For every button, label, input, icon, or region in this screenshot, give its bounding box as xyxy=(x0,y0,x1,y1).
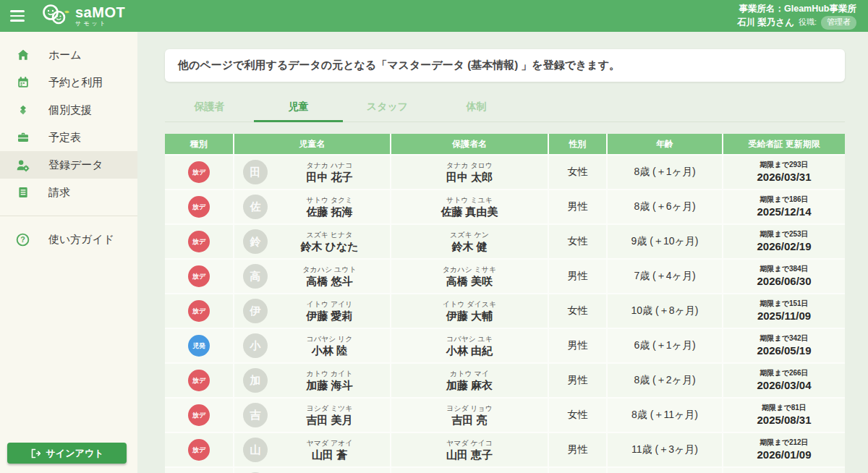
sidebar-item-label: ホーム xyxy=(48,48,82,62)
logo-faces-icon xyxy=(41,2,71,30)
guardian-kana: タナカ タロウ xyxy=(446,161,493,170)
sidebar-item-label: 予定表 xyxy=(48,131,81,145)
guardian-kana: ヨシダ リョウ xyxy=(446,404,493,413)
guardian-kana: サトウ ミユキ xyxy=(446,195,493,205)
logout-icon xyxy=(30,448,41,459)
deadline-cell: 期限まで186日2025/12/14 xyxy=(723,190,845,223)
calendar-icon xyxy=(16,76,30,90)
guardian-name: 加藤 麻衣 xyxy=(446,378,493,393)
child-kana: ヨシダ ミツキ xyxy=(306,404,352,413)
column-header: 児童名 xyxy=(234,134,390,154)
type-cell: 放デ xyxy=(165,399,233,432)
guardian-kana: イトウ ダイスキ xyxy=(443,299,496,309)
guardian-name-cell: サトウ ミユキ佐藤 真由美 xyxy=(391,190,548,223)
main-content: 他のページで利用するデータの元となる「マスターデータ (基本情報) 」を登録でき… xyxy=(137,32,868,473)
guardian-name: 山田 恵子 xyxy=(446,448,493,462)
type-cell: 放デ xyxy=(165,364,233,397)
person-gear-icon xyxy=(16,158,30,172)
deadline-date: 2025/11/09 xyxy=(757,309,811,323)
age-cell: 8歳 (＋2ヶ月) xyxy=(608,364,722,397)
child-kana: コバヤシ リク xyxy=(306,334,352,344)
table-row[interactable]: 放デ吉ヨシダ ミツキ吉田 美月ヨシダ リョウ吉田 亮女性8歳 (＋11ヶ月)期限… xyxy=(165,399,845,432)
deadline-cell: 期限まで212日2026/01/09 xyxy=(723,433,845,466)
sidebar-item-schedule[interactable]: 予定表 xyxy=(0,124,137,151)
tab-guardians[interactable]: 保護者 xyxy=(165,101,254,122)
child-name-cell: 田タナカ ハナコ田中 花子 xyxy=(234,155,390,189)
handshake-icon xyxy=(16,103,30,117)
child-name-cell: 佐ササキ リコ佐々木 莉子 xyxy=(234,468,390,473)
child-name: 加藤 海斗 xyxy=(306,378,352,393)
office-name: 事業所名：GleamHub事業所 xyxy=(737,2,856,15)
avatar: 山 xyxy=(243,438,268,462)
table-row[interactable]: 放デ加カトウ カイト加藤 海斗カトウ マイ加藤 麻衣男性8歳 (＋2ヶ月)期限ま… xyxy=(165,364,845,397)
sidebar-item-label: 使い方ガイド xyxy=(48,233,114,247)
guardian-name: 田中 太郎 xyxy=(446,170,493,184)
deadline-days: 期限まで186日 xyxy=(760,195,808,205)
service-type-badge: 児発 xyxy=(188,335,210,357)
deadline-days: 期限まで81日 xyxy=(762,403,807,413)
child-name: 佐藤 拓海 xyxy=(306,205,352,219)
sidebar-item-label: 登録データ xyxy=(48,158,103,172)
child-name: 田中 花子 xyxy=(306,170,352,184)
table-row[interactable]: 放デ山ヤマダ アオイ山田 蒼ヤマダ ケイコ山田 恵子男性11歳 (＋3ヶ月)期限… xyxy=(165,433,845,466)
gender-cell: 男性 xyxy=(549,433,606,466)
table-row[interactable]: 放デ佐ササキ リコ佐々木 莉子ササキ ナオキ佐々木 直樹期限まで118日 xyxy=(165,468,845,473)
age-cell: 8歳 (＋6ヶ月) xyxy=(608,190,722,223)
gender-cell: 女性 xyxy=(549,225,606,258)
deadline-cell: 期限まで384日2026/06/30 xyxy=(723,260,845,293)
table-row[interactable]: 放デ伊イトウ アイリ伊藤 愛莉イトウ ダイスキ伊藤 大輔女性10歳 (＋8ヶ月)… xyxy=(165,294,845,328)
child-kana: イトウ アイリ xyxy=(306,299,352,309)
logo-wordmark: saMOT xyxy=(75,5,125,20)
gender-cell: 女性 xyxy=(549,294,606,328)
child-name-cell: 伊イトウ アイリ伊藤 愛莉 xyxy=(234,294,390,328)
sidebar-item-label: 請求 xyxy=(48,186,70,200)
table-row[interactable]: 放デ鈴スズキ ヒナタ鈴木 ひなたスズキ ケン鈴木 健女性9歳 (＋10ヶ月)期限… xyxy=(165,225,845,258)
child-name: 鈴木 ひなた xyxy=(300,239,358,254)
guardian-name-cell: カトウ マイ加藤 麻衣 xyxy=(391,364,548,397)
avatar: 伊 xyxy=(243,299,268,323)
guardian-kana: タカハシ ミサキ xyxy=(443,265,496,274)
service-type-badge: 放デ xyxy=(188,370,210,391)
guardian-name-cell: タカハシ ミサキ高橋 美咲 xyxy=(391,260,548,293)
type-cell: 放デ xyxy=(165,294,233,328)
app-logo: saMOT サモット xyxy=(41,2,125,30)
hamburger-menu-button[interactable] xyxy=(10,7,29,25)
sidebar-item-guide[interactable]: ?使い方ガイド xyxy=(0,226,137,253)
gender-cell: 男性 xyxy=(549,260,606,293)
deadline-date: 2026/03/31 xyxy=(757,170,811,184)
service-type-badge: 放デ xyxy=(188,231,210,252)
type-cell: 放デ xyxy=(165,260,233,293)
tab-structure[interactable]: 体制 xyxy=(432,101,521,122)
deadline-days: 期限まで212日 xyxy=(760,438,808,448)
guardian-name-cell: ヤマダ ケイコ山田 恵子 xyxy=(391,433,548,466)
type-cell: 放デ xyxy=(165,155,233,189)
child-name: 伊藤 愛莉 xyxy=(306,309,352,323)
child-name-cell: 加カトウ カイト加藤 海斗 xyxy=(234,364,390,397)
table-header-row: 種別児童名保護者名性別年齢受給者証 更新期限 xyxy=(165,134,845,154)
sidebar-item-billing[interactable]: 請求 xyxy=(0,179,137,206)
age-cell: 10歳 (＋8ヶ月) xyxy=(608,294,722,328)
signout-button[interactable]: サインアウト xyxy=(7,443,127,464)
role-label: 役職: xyxy=(799,17,817,28)
sidebar-item-registered-data[interactable]: 登録データ xyxy=(0,151,137,179)
sidebar-item-home[interactable]: ホーム xyxy=(0,41,137,69)
column-header: 性別 xyxy=(549,134,606,154)
signout-label: サインアウト xyxy=(46,447,104,460)
table-row[interactable]: 放デ高タカハシ ユウト高橋 悠斗タカハシ ミサキ高橋 美咲男性7歳 (＋4ヶ月)… xyxy=(165,260,845,293)
type-cell: 放デ xyxy=(165,433,233,466)
table-row[interactable]: 児発小コバヤシ リク小林 陸コバヤシ ユキ小林 由紀男性6歳 (＋1ヶ月)期限ま… xyxy=(165,329,845,362)
tab-children[interactable]: 児童 xyxy=(254,101,343,122)
child-kana: サトウ タクミ xyxy=(306,195,352,205)
tab-staff[interactable]: スタッフ xyxy=(343,101,432,122)
sidebar-item-reservations[interactable]: 予約と利用 xyxy=(0,69,137,96)
guardian-kana: コバヤシ ユキ xyxy=(446,334,493,344)
guardian-name: 鈴木 健 xyxy=(451,239,487,254)
deadline-cell: 期限まで118日 xyxy=(723,468,845,473)
sidebar-item-support[interactable]: 個別支援 xyxy=(0,96,137,124)
invoice-icon xyxy=(16,186,30,200)
deadline-date: 2026/03/04 xyxy=(757,378,811,393)
table-row[interactable]: 放デ田タナカ ハナコ田中 花子タナカ タロウ田中 太郎女性8歳 (＋1ヶ月)期限… xyxy=(165,155,845,189)
deadline-cell: 期限まで342日2026/05/19 xyxy=(723,329,845,362)
table-row[interactable]: 放デ佐サトウ タクミ佐藤 拓海サトウ ミユキ佐藤 真由美男性8歳 (＋6ヶ月)期… xyxy=(165,190,845,223)
sidebar-item-label: 予約と利用 xyxy=(48,76,103,90)
